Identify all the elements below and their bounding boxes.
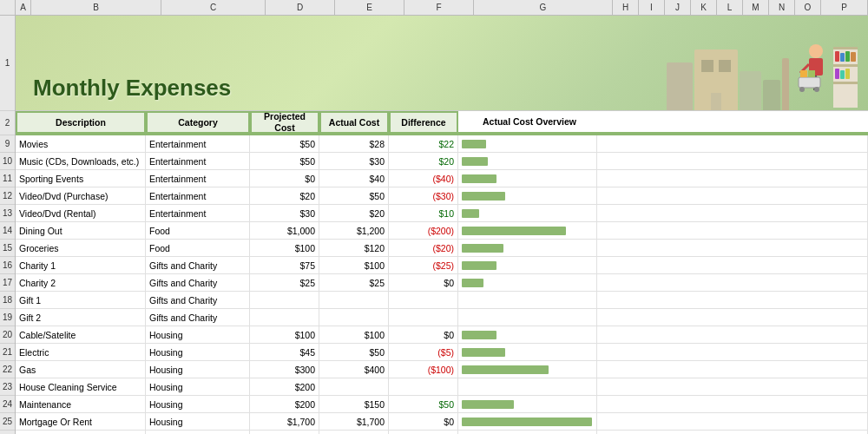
cell-difference bbox=[389, 292, 458, 308]
cell-remainder bbox=[597, 170, 868, 187]
table-row[interactable]: Music (CDs, Downloads, etc.) Entertainme… bbox=[16, 153, 868, 170]
cell-bar-chart bbox=[458, 344, 597, 360]
cell-remainder bbox=[597, 153, 868, 169]
cell-difference: ($200) bbox=[389, 222, 458, 239]
cell-actual bbox=[319, 292, 389, 308]
banner-decoration bbox=[666, 16, 868, 110]
col-header-p: P bbox=[821, 0, 868, 15]
row-num-14: 14 bbox=[0, 222, 15, 240]
cell-category: Housing bbox=[146, 396, 250, 412]
cell-remainder bbox=[597, 361, 868, 378]
cell-category: Entertainment bbox=[146, 170, 250, 187]
row-num-26: 26 bbox=[0, 431, 15, 434]
cell-actual: $20 bbox=[319, 205, 389, 221]
cell-remainder bbox=[597, 135, 868, 152]
cell-bar-chart bbox=[458, 153, 597, 169]
cell-projected: $45 bbox=[250, 344, 319, 360]
svg-rect-14 bbox=[835, 51, 839, 62]
table-row[interactable]: Cable/Satelite Housing $100 $100 $0 bbox=[16, 326, 868, 344]
table-row[interactable]: House Cleaning Service Housing $200 bbox=[16, 378, 868, 396]
cell-description: Electric bbox=[16, 344, 146, 360]
col-header-d: D bbox=[266, 0, 335, 15]
cell-remainder bbox=[597, 240, 868, 256]
cell-actual: $25 bbox=[319, 274, 389, 291]
cell-difference: $0 bbox=[389, 413, 458, 430]
cell-remainder bbox=[597, 205, 868, 221]
table-row[interactable]: Movies Entertainment $50 $28 $22 bbox=[16, 135, 868, 153]
table-row[interactable]: Charity 1 Gifts and Charity $75 $100 ($2… bbox=[16, 257, 868, 274]
cell-actual: $40 bbox=[319, 170, 389, 187]
table-row[interactable]: Mortgage Or Rent Housing $1,700 $1,700 $… bbox=[16, 413, 868, 431]
table-row[interactable]: Maintenance Housing $200 $150 $50 bbox=[16, 396, 868, 413]
row-num-1: 1 bbox=[0, 16, 15, 111]
cell-description: Natural Gas/Oil bbox=[16, 431, 146, 434]
table-row[interactable]: Video/Dvd (Rental) Entertainment $30 $20… bbox=[16, 205, 868, 222]
row-num-19: 19 bbox=[0, 309, 15, 326]
cell-category: Housing bbox=[146, 413, 250, 430]
table-row[interactable]: Dining Out Food $1,000 $1,200 ($200) bbox=[16, 222, 868, 240]
table-row[interactable]: Gift 2 Gifts and Charity bbox=[16, 309, 868, 326]
banner-illustration bbox=[790, 34, 859, 111]
table-header-row: Description Category ProjectedCost Actua… bbox=[16, 111, 868, 135]
cell-projected: $1,700 bbox=[250, 413, 319, 430]
banner: Monthly Expenses bbox=[16, 16, 868, 111]
header-remainder bbox=[597, 111, 868, 134]
header-projected-cost: ProjectedCost bbox=[250, 111, 319, 134]
corner-header bbox=[0, 0, 16, 15]
spreadsheet-app: A B C D E F G H I J K L M N O P 1 2 9 10… bbox=[0, 0, 868, 434]
table-row[interactable]: Groceries Food $100 $120 ($20) bbox=[16, 240, 868, 257]
cell-category: Gifts and Charity bbox=[146, 292, 250, 308]
row-num-17: 17 bbox=[0, 274, 15, 292]
col-header-o: O bbox=[795, 0, 821, 15]
cell-difference bbox=[389, 431, 458, 434]
sheet-content: Monthly Expenses bbox=[16, 16, 868, 434]
cell-projected: $50 bbox=[250, 135, 319, 152]
cell-category: Housing bbox=[146, 361, 250, 378]
cell-remainder bbox=[597, 222, 868, 239]
table-row[interactable]: Video/Dvd (Purchase) Entertainment $20 $… bbox=[16, 187, 868, 205]
cell-actual bbox=[319, 431, 389, 434]
cell-category: Housing bbox=[146, 431, 250, 434]
table-row[interactable]: Gas Housing $300 $400 ($100) bbox=[16, 361, 868, 378]
cell-actual: $400 bbox=[319, 361, 389, 378]
cell-bar-chart bbox=[458, 292, 597, 308]
cell-bar-chart bbox=[458, 170, 597, 187]
svg-point-0 bbox=[809, 44, 823, 58]
cell-bar-chart bbox=[458, 361, 597, 378]
cell-category: Gifts and Charity bbox=[146, 274, 250, 291]
col-header-n: N bbox=[769, 0, 795, 15]
cell-description: Music (CDs, Downloads, etc.) bbox=[16, 153, 146, 169]
cell-actual bbox=[319, 309, 389, 326]
svg-rect-12 bbox=[833, 64, 858, 67]
svg-rect-9 bbox=[808, 70, 815, 77]
cell-category: Food bbox=[146, 240, 250, 256]
cell-difference: ($100) bbox=[389, 361, 458, 378]
col-header-l: L bbox=[717, 0, 743, 15]
col-header-k: K bbox=[691, 0, 717, 15]
cell-actual: $100 bbox=[319, 257, 389, 273]
cell-difference: ($40) bbox=[389, 170, 458, 187]
cell-projected: $200 bbox=[250, 396, 319, 412]
cell-description: Video/Dvd (Purchase) bbox=[16, 187, 146, 204]
cell-category: Entertainment bbox=[146, 153, 250, 169]
svg-rect-5 bbox=[799, 77, 820, 88]
row-num-24: 24 bbox=[0, 396, 15, 413]
col-header-b: B bbox=[31, 0, 161, 15]
cell-category: Housing bbox=[146, 326, 250, 343]
table-row[interactable]: Natural Gas/Oil Housing bbox=[16, 431, 868, 434]
svg-rect-13 bbox=[833, 82, 858, 84]
cell-remainder bbox=[597, 344, 868, 360]
cell-bar-chart bbox=[458, 396, 597, 412]
cell-category: Entertainment bbox=[146, 135, 250, 152]
table-row[interactable]: Gift 1 Gifts and Charity bbox=[16, 292, 868, 309]
cell-description: Movies bbox=[16, 135, 146, 152]
table-row[interactable]: Electric Housing $45 $50 ($5) bbox=[16, 344, 868, 361]
table-row[interactable]: Charity 2 Gifts and Charity $25 $25 $0 bbox=[16, 274, 868, 292]
col-header-c: C bbox=[161, 0, 266, 15]
row-num-15: 15 bbox=[0, 240, 15, 257]
row-num-21: 21 bbox=[0, 344, 15, 361]
table-row[interactable]: Sporting Events Entertainment $0 $40 ($4… bbox=[16, 170, 868, 187]
cell-difference bbox=[389, 309, 458, 326]
cell-actual: $150 bbox=[319, 396, 389, 412]
cell-actual: $50 bbox=[319, 187, 389, 204]
